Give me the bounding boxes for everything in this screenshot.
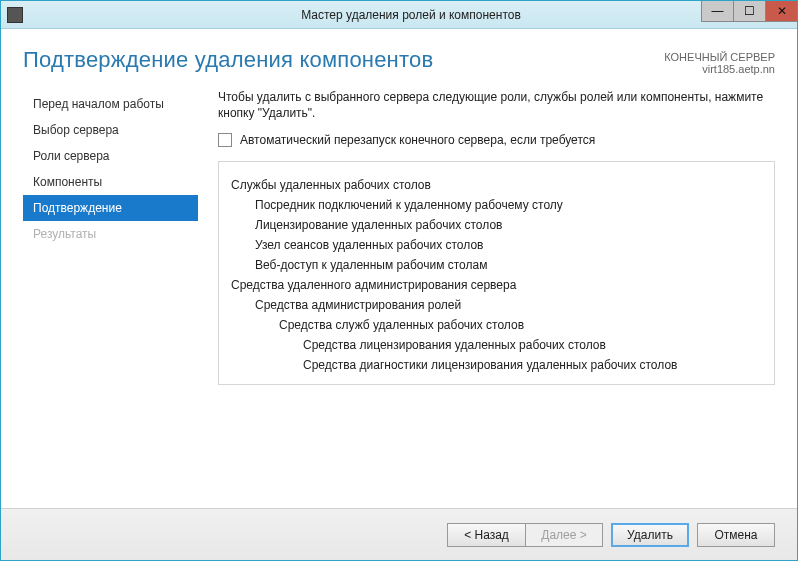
window-title: Мастер удаления ролей и компонентов [29,8,793,22]
destination-server: КОНЕЧНЫЙ СЕРВЕР virt185.aetp.nn [664,51,775,75]
feature-item: Средства служб удаленных рабочих столов [279,318,762,332]
page-title: Подтверждение удаления компонентов [23,47,433,73]
features-list: Службы удаленных рабочих столов Посредни… [218,161,775,385]
body-row: Перед началом работы Выбор сервера Роли … [23,85,775,498]
footer: < Назад Далее > Удалить Отмена [1,508,797,560]
feature-item: Средства диагностики лицензирования удал… [303,358,762,372]
destination-server-name: virt185.aetp.nn [664,63,775,75]
sidebar-item-confirmation[interactable]: Подтверждение [23,195,198,221]
sidebar-item-server-selection[interactable]: Выбор сервера [23,117,198,143]
feature-item: Узел сеансов удаленных рабочих столов [255,238,762,252]
feature-item: Средства администрирования ролей [255,298,762,312]
nav-button-group: < Назад Далее > [447,523,603,547]
instruction-text: Чтобы удалить с выбранного сервера следу… [218,89,775,121]
restart-checkbox[interactable] [218,133,232,147]
remove-button[interactable]: Удалить [611,523,689,547]
window-controls: — ☐ ✕ [701,1,797,22]
close-button[interactable]: ✕ [765,1,797,22]
content-area: Подтверждение удаления компонентов КОНЕЧ… [1,29,797,508]
sidebar-item-server-roles[interactable]: Роли сервера [23,143,198,169]
destination-server-label: КОНЕЧНЫЙ СЕРВЕР [664,51,775,63]
main-panel: Чтобы удалить с выбранного сервера следу… [198,85,775,498]
sidebar-item-before-you-begin[interactable]: Перед началом работы [23,91,198,117]
back-button[interactable]: < Назад [447,523,525,547]
app-icon [7,7,23,23]
feature-item: Посредник подключений к удаленному рабоч… [255,198,762,212]
feature-item: Средства лицензирования удаленных рабочи… [303,338,762,352]
feature-group-rsat: Средства удаленного администрирования се… [231,278,762,292]
header-row: Подтверждение удаления компонентов КОНЕЧ… [23,47,775,75]
feature-group-rds: Службы удаленных рабочих столов [231,178,762,192]
restart-checkbox-row: Автоматический перезапуск конечного серв… [218,133,775,147]
cancel-button[interactable]: Отмена [697,523,775,547]
titlebar[interactable]: Мастер удаления ролей и компонентов — ☐ … [1,1,797,29]
minimize-button[interactable]: — [701,1,733,22]
wizard-steps-sidebar: Перед началом работы Выбор сервера Роли … [23,85,198,498]
feature-item: Веб-доступ к удаленным рабочим столам [255,258,762,272]
feature-item: Лицензирование удаленных рабочих столов [255,218,762,232]
next-button: Далее > [525,523,603,547]
maximize-button[interactable]: ☐ [733,1,765,22]
sidebar-item-results: Результаты [23,221,198,247]
wizard-window: Мастер удаления ролей и компонентов — ☐ … [0,0,798,561]
restart-checkbox-label: Автоматический перезапуск конечного серв… [240,133,595,147]
sidebar-item-features[interactable]: Компоненты [23,169,198,195]
